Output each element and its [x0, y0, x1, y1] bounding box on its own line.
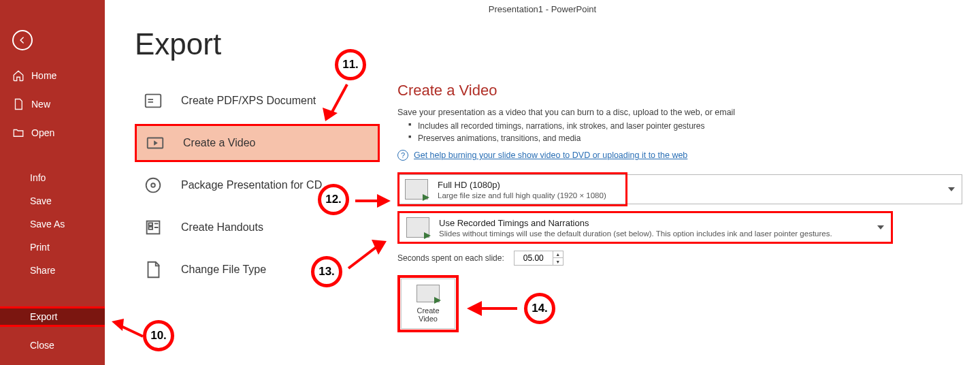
- back-button[interactable]: [12, 30, 33, 50]
- export-option-filetype[interactable]: Change File Type: [135, 251, 380, 289]
- video-icon: [416, 285, 440, 302]
- sidebar-item-home[interactable]: Home: [12, 65, 56, 86]
- svg-marker-11: [467, 301, 482, 316]
- open-icon: [12, 127, 24, 139]
- sidebar-label: Save As: [30, 219, 65, 229]
- callout-arrow: [108, 312, 146, 346]
- new-icon: [12, 98, 24, 110]
- sidebar-item-saveas[interactable]: Save As: [30, 212, 65, 236]
- seconds-row: Seconds spent on each slide: ▲ ▼: [397, 251, 966, 266]
- back-arrow-icon: [18, 35, 27, 45]
- callout-arrow: [464, 298, 521, 321]
- bullet: Includes all recorded timings, narration…: [408, 121, 966, 131]
- sidebar-label: Home: [31, 70, 56, 81]
- pane-heading: Create a Video: [397, 82, 966, 99]
- sidebar-item-new[interactable]: New: [12, 94, 56, 114]
- pane-description: Save your presentation as a video that y…: [397, 108, 966, 117]
- export-option-label: Create a Video: [183, 137, 255, 149]
- sidebar-item-save[interactable]: Save: [30, 189, 65, 212]
- create-video-pane: Create a Video Save your presentation as…: [397, 82, 966, 332]
- export-option-label: Create PDF/XPS Document: [181, 95, 316, 107]
- timings-thumb-icon: [406, 217, 429, 238]
- filetype-icon: [142, 258, 165, 281]
- backstage-sidebar: Home New Open Info Save Save As Print Sh…: [0, 0, 105, 365]
- sidebar-label: Save: [30, 195, 52, 206]
- home-icon: [12, 69, 24, 82]
- svg-marker-9: [377, 194, 391, 208]
- spinner-up[interactable]: ▲: [553, 251, 563, 258]
- export-option-label: Create Handouts: [181, 221, 263, 234]
- seconds-label: Seconds spent on each slide:: [397, 253, 504, 263]
- button-label: CreateVideo: [416, 306, 439, 323]
- callout-14: 14.: [524, 293, 555, 324]
- sidebar-label: Info: [30, 172, 46, 183]
- timings-sub: Slides without timings will use the defa…: [439, 229, 832, 238]
- pdf-icon: [142, 89, 165, 112]
- help-link[interactable]: Get help burning your slide show video t…: [414, 150, 687, 160]
- export-option-label: Package Presentation for CD: [181, 179, 322, 191]
- svg-marker-8: [323, 108, 338, 121]
- svg-rect-6: [148, 227, 152, 229]
- video-icon: [144, 131, 167, 155]
- export-option-handouts[interactable]: Create Handouts: [135, 208, 380, 247]
- svg-point-2: [146, 178, 161, 193]
- video-quality-dropdown[interactable]: Full HD (1080p) Large file size and full…: [397, 174, 962, 204]
- callout-10: 10.: [143, 320, 174, 351]
- page-title: Export: [135, 27, 221, 61]
- timings-dropdown[interactable]: Use Recorded Timings and Narrations Slid…: [397, 211, 893, 244]
- spinner-down[interactable]: ▼: [553, 258, 563, 265]
- callout-arrow: [353, 191, 393, 214]
- sidebar-label: Open: [31, 127, 54, 138]
- sidebar-item-print[interactable]: Print: [30, 236, 65, 259]
- timings-title: Use Recorded Timings and Narrations: [439, 218, 832, 228]
- quality-thumb-icon: [405, 179, 428, 200]
- help-icon: ?: [397, 150, 408, 161]
- svg-rect-0: [146, 95, 161, 108]
- annotation-highlight: CreateVideo: [397, 275, 459, 332]
- export-option-label: Change File Type: [181, 264, 266, 276]
- svg-marker-7: [112, 319, 124, 331]
- create-video-button[interactable]: CreateVideo: [401, 279, 455, 329]
- sidebar-label: Print: [30, 242, 50, 253]
- pane-bullets: Includes all recorded timings, narration…: [408, 121, 966, 143]
- callout-13: 13.: [311, 256, 342, 287]
- quality-sub: Large file size and full high quality (1…: [438, 191, 606, 200]
- svg-point-3: [151, 183, 155, 187]
- sidebar-item-open[interactable]: Open: [12, 123, 56, 143]
- svg-marker-10: [372, 240, 387, 255]
- chevron-down-icon: [877, 225, 884, 229]
- sidebar-label: New: [31, 99, 50, 110]
- cd-icon: [142, 174, 165, 197]
- sidebar-label: Export: [30, 311, 57, 322]
- sidebar-item-info[interactable]: Info: [30, 166, 65, 189]
- handouts-icon: [142, 216, 165, 239]
- quality-title: Full HD (1080p): [438, 180, 606, 190]
- sidebar-item-close[interactable]: Close: [30, 334, 54, 357]
- callout-arrow: [344, 238, 392, 275]
- seconds-input[interactable]: [514, 251, 553, 265]
- sidebar-label: Share: [30, 265, 55, 276]
- seconds-spinner[interactable]: ▲ ▼: [514, 251, 564, 266]
- svg-rect-5: [148, 223, 152, 225]
- callout-12: 12.: [318, 184, 349, 215]
- help-row: ? Get help burning your slide show video…: [397, 150, 966, 161]
- callout-arrow: [320, 80, 361, 131]
- sidebar-item-share[interactable]: Share: [30, 259, 65, 282]
- sidebar-label: Close: [30, 340, 54, 351]
- chevron-down-icon: [948, 187, 955, 191]
- callout-11: 11.: [335, 49, 366, 80]
- sidebar-item-export[interactable]: Export: [0, 306, 105, 327]
- window-title: Presentation1 - PowerPoint: [105, 4, 980, 14]
- bullet: Preserves animations, transitions, and m…: [408, 133, 966, 143]
